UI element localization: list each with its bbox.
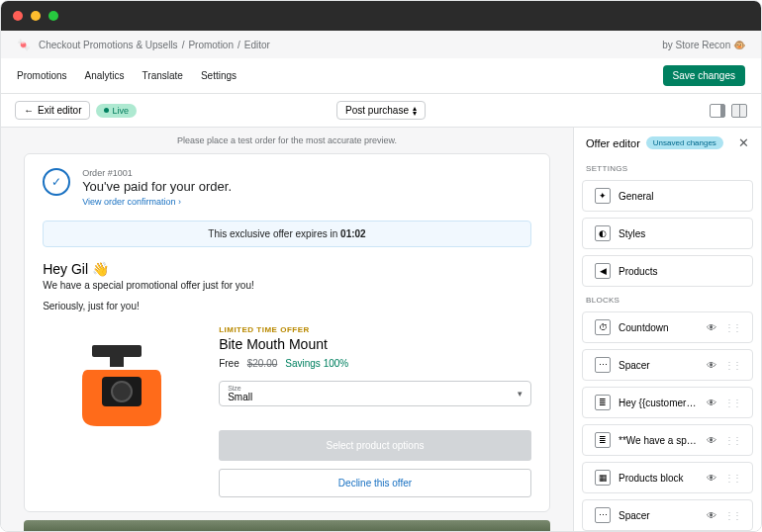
drag-handle-icon[interactable]: ⋮⋮ [724,398,740,408]
blocks-section-label: BLOCKS [574,290,761,309]
eye-icon[interactable]: 👁 [707,398,716,408]
block-spacer-2[interactable]: ⋯Spacer👁⋮⋮ [582,499,753,531]
settings-products[interactable]: ◀Products [582,255,753,287]
settings-styles[interactable]: ◐Styles [582,218,753,249]
products-icon: ◀ [595,263,611,279]
settings-section-label: SETTINGS [574,158,761,177]
eye-icon[interactable]: 👁 [707,510,716,521]
drag-handle-icon[interactable]: ⋮⋮ [724,473,740,484]
spacer-icon: ⋯ [595,507,611,523]
clock-icon: ⏱ [595,319,611,335]
by-line: by Store Recon 🐵 [662,40,745,50]
text-icon: ≣ [595,395,611,410]
order-number: Order #1001 [82,168,232,178]
svg-rect-0 [92,345,142,357]
order-message: You've paid for your order. [82,179,232,194]
close-icon[interactable]: ✕ [738,135,749,150]
size-select[interactable]: Size Small [219,381,531,406]
unsaved-badge: Unsaved changes [646,136,723,149]
limited-time-label: LIMITED TIME OFFER [219,325,531,334]
live-badge: Live [96,104,137,118]
settings-general[interactable]: ✦General [582,180,753,212]
tab-settings[interactable]: Settings [201,70,237,81]
tab-translate[interactable]: Translate [143,70,183,81]
price-original: $20.00 [247,358,278,369]
view-mode-select[interactable]: Post purchase ▴▾ [336,101,426,120]
hero-image [24,520,550,531]
block-spacer-1[interactable]: ⋯Spacer👁⋮⋮ [582,349,753,381]
promo-subtext: We have a special promotional offer just… [43,280,531,291]
sidebar-title: Offer editor [586,137,640,149]
eye-icon[interactable]: 👁 [707,435,716,446]
breadcrumb-promotion[interactable]: Promotion [188,40,234,50]
offer-editor-sidebar: Offer editor Unsaved changes ✕ SETTINGS … [573,128,761,531]
svg-rect-1 [110,357,124,367]
app-icon: 🍬 [17,39,31,51]
block-countdown[interactable]: ⏱Countdown👁⋮⋮ [582,311,753,343]
tab-analytics[interactable]: Analytics [85,70,125,81]
text-icon: ≣ [595,432,611,448]
top-nav: Promotions Analytics Translate Settings … [1,58,761,94]
drag-handle-icon[interactable]: ⋮⋮ [724,435,740,446]
breadcrumb: 🍬 Checkout Promotions & Upsells / Promot… [1,31,761,58]
product-image [43,325,201,444]
block-heading[interactable]: ≣Hey {{customer}} 👋...👁⋮⋮ [582,387,753,418]
svg-point-3 [112,382,132,401]
breadcrumb-app[interactable]: Checkout Promotions & Upsells [39,40,178,50]
split-view-icon[interactable] [731,104,747,118]
product-name: Bite Mouth Mount [219,336,531,352]
preview-note: Please place a test order for the most a… [177,128,397,153]
exit-editor-button[interactable]: ← Exit editor [15,101,90,120]
drag-handle-icon[interactable]: ⋮⋮ [724,360,740,371]
close-window-dot[interactable] [13,11,23,21]
gear-icon: ✦ [595,188,611,204]
price-free: Free [219,358,239,369]
eye-icon[interactable]: 👁 [707,360,716,371]
arrow-left-icon: ← [24,105,34,116]
block-products[interactable]: ▦Products block👁⋮⋮ [582,462,753,493]
save-button[interactable]: Save changes [663,65,745,86]
desktop-view-icon[interactable] [710,104,725,118]
chevron-updown-icon: ▴▾ [413,106,417,116]
breadcrumb-editor: Editor [244,40,270,50]
products-block-icon: ▦ [595,470,611,486]
drag-handle-icon[interactable]: ⋮⋮ [724,322,740,333]
styles-icon: ◐ [595,225,611,241]
tab-promotions[interactable]: Promotions [17,70,67,81]
savings-text: Savings 100% [285,358,348,369]
preview-pane: Please place a test order for the most a… [1,128,573,531]
editor-toolbar: ← Exit editor Live Post purchase ▴▾ [1,94,761,128]
drag-handle-icon[interactable]: ⋮⋮ [724,510,740,521]
decline-offer-button[interactable]: Decline this offer [219,469,531,497]
maximize-window-dot[interactable] [48,11,58,21]
countdown-banner: This exclusive offer expires in 01:02 [43,221,531,247]
greeting: Hey Gil 👋 [43,261,531,277]
minimize-window-dot[interactable] [31,11,41,21]
check-circle-icon: ✓ [43,168,70,196]
window-titlebar [1,1,761,31]
promo-subtext-2: Seriously, just for you! [43,301,531,311]
eye-icon[interactable]: 👁 [707,322,716,333]
block-text[interactable]: ≣**We have a special prom...👁⋮⋮ [582,424,753,456]
view-confirmation-link[interactable]: View order confirmation › [82,197,232,207]
select-options-button[interactable]: Select product options [219,430,531,461]
spacer-icon: ⋯ [595,357,611,373]
eye-icon[interactable]: 👁 [707,473,716,484]
